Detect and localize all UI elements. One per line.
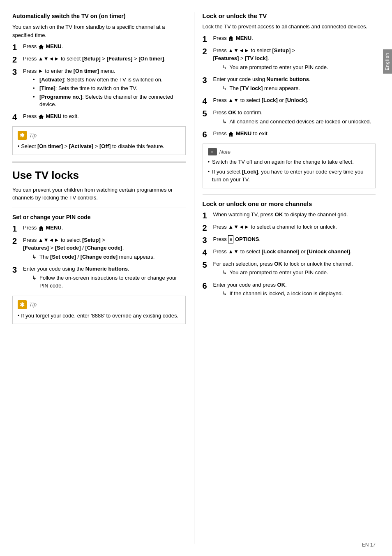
arrow-text: You are prompted to enter your PIN code. bbox=[230, 63, 328, 72]
svg-marker-4 bbox=[228, 132, 233, 137]
section-divider bbox=[12, 162, 186, 162]
pin-section-title: Set or change your PIN code bbox=[12, 214, 186, 220]
step-number: 3 bbox=[203, 235, 212, 245]
tip-content: • Select [On timer] > [Activate] > [Off]… bbox=[18, 142, 180, 151]
step-number: 3 bbox=[12, 265, 21, 275]
step-content: Press ▲▼◄► to select [Setup] > [Features… bbox=[213, 46, 376, 73]
tip-label: Tip bbox=[29, 301, 37, 308]
step-content: For each selection, press OK to lock or … bbox=[213, 260, 376, 278]
step-item: 2 Press ▲▼◄► to select [Setup] > [Featur… bbox=[12, 236, 186, 263]
step-content: Press ▲▼ to select [Lock] or [Unlock]. bbox=[213, 96, 376, 104]
step-item: 3 Press ► to enter the [On timer] menu. … bbox=[12, 67, 186, 110]
step-number: 5 bbox=[203, 109, 212, 118]
step-number: 6 bbox=[203, 281, 212, 291]
right-column: Lock or unlock the TV Lock the TV to pre… bbox=[194, 12, 376, 544]
arrow-indent: ↳ The [TV lock] menu appears. bbox=[222, 84, 376, 93]
step-item: 3 Enter your code using Numeric buttons.… bbox=[203, 75, 376, 94]
svg-marker-2 bbox=[39, 226, 44, 231]
page-footer: EN 17 bbox=[362, 542, 376, 548]
auto-timer-title: Automatically switch the TV on (on timer… bbox=[12, 12, 186, 20]
section-divider bbox=[203, 194, 376, 195]
step-content: Enter your code using the Numeric button… bbox=[23, 265, 186, 292]
note-icon: ≡ bbox=[208, 148, 217, 155]
note-box: ≡ Note •Switch the TV off and on again f… bbox=[203, 144, 376, 188]
step-content: Press ▲▼◄► to select [Setup] > [Features… bbox=[23, 55, 186, 63]
left-column: Automatically switch the TV on (on timer… bbox=[12, 12, 194, 544]
main-content: Automatically switch the TV on (on timer… bbox=[0, 0, 392, 556]
tip-icon: ✱ bbox=[18, 131, 27, 140]
step-content: Press ▲▼◄► to select [Setup] > [Features… bbox=[23, 236, 186, 263]
tip-icon: ✱ bbox=[18, 300, 27, 309]
arrow-text: You are prompted to enter your PIN code. bbox=[230, 269, 328, 277]
step-item: 2 Press ▲▼◄► to select [Setup] > [Featur… bbox=[12, 55, 186, 65]
bullet-list: •[Activate]: Selects how often the TV is… bbox=[33, 76, 186, 109]
step-item: 1 Press MENU. bbox=[12, 224, 186, 234]
note-header: ≡ Note bbox=[208, 148, 371, 155]
page: Automatically switch the TV on (on timer… bbox=[0, 0, 392, 556]
arrow-text: All channels and connected devices are l… bbox=[230, 118, 371, 126]
step-content: Press MENU. bbox=[213, 34, 376, 42]
arrow-text: If the channel is locked, a lock icon is… bbox=[230, 290, 343, 298]
lock-unlock-channels-section: Lock or unlock one or more channels 1 Wh… bbox=[203, 200, 376, 299]
bullet-item: •[Programme no.]: Selects the channel or… bbox=[33, 93, 186, 108]
pin-steps: 1 Press MENU. 2 Press ▲▼◄► to select [Se… bbox=[12, 224, 186, 292]
step-number: 2 bbox=[203, 223, 212, 233]
auto-timer-intro: You can switch on the TV from standby to… bbox=[12, 23, 186, 39]
tip-box-pin: ✱ Tip • If you forget your code, enter '… bbox=[12, 296, 186, 324]
tip-header: ✱ Tip bbox=[18, 131, 180, 140]
step-content: Press ► to enter the [On timer] menu. •[… bbox=[23, 67, 186, 110]
tip-header: ✱ Tip bbox=[18, 300, 180, 309]
subsection-divider bbox=[12, 208, 186, 208]
step-content: Press MENU to exit. bbox=[23, 112, 186, 120]
auto-timer-steps: 1 Press MENU. 2 Press ▲▼◄► to select [Se… bbox=[12, 42, 186, 122]
note-content: •Switch the TV off and on again for the … bbox=[208, 158, 371, 184]
step-content: Press ▲▼◄► to select a channel to lock o… bbox=[213, 223, 376, 231]
step-item: 1 Press MENU. bbox=[12, 42, 186, 52]
svg-marker-0 bbox=[39, 44, 44, 49]
tip-label: Tip bbox=[29, 132, 37, 139]
tv-locks-intro: You can prevent your children from watch… bbox=[12, 186, 186, 202]
step-number: 5 bbox=[203, 260, 212, 270]
lock-unlock-tv-steps: 1 Press MENU. 2 Press ▲▼◄► to select [Se… bbox=[203, 34, 376, 140]
step-item: 1 Press MENU. bbox=[203, 34, 376, 44]
step-item: 3 Enter your code using the Numeric butt… bbox=[12, 265, 186, 292]
tv-locks-section: Use TV locks You can prevent your childr… bbox=[12, 169, 186, 324]
arrow-indent: ↳ Follow the on-screen instructions to c… bbox=[32, 274, 186, 290]
step-content: When watching TV, press OK to display th… bbox=[213, 211, 376, 219]
arrow-sym: ↳ bbox=[222, 118, 228, 126]
arrow-text: The [Set code] / [Change code] menu appe… bbox=[39, 253, 154, 261]
step-item: 4 Press ▲▼ to select [Lock] or [Unlock]. bbox=[203, 96, 376, 106]
step-item: 5 For each selection, press OK to lock o… bbox=[203, 260, 376, 278]
step-content: Press ≡ OPTIONS. bbox=[213, 235, 376, 244]
tip-content: • If you forget your code, enter '8888' … bbox=[18, 312, 180, 320]
arrow-indent: ↳ The [Set code] / [Change code] menu ap… bbox=[32, 253, 186, 261]
step-number: 3 bbox=[12, 67, 21, 77]
step-number: 4 bbox=[203, 248, 212, 257]
svg-marker-1 bbox=[39, 114, 44, 119]
bullet-item: •[Activate]: Selects how often the TV is… bbox=[33, 76, 186, 83]
arrow-indent: ↳ If the channel is locked, a lock icon … bbox=[222, 290, 376, 298]
lock-unlock-tv-intro: Lock the TV to prevent access to all cha… bbox=[203, 23, 376, 31]
arrow-text: The [TV lock] menu appears. bbox=[230, 84, 300, 93]
lock-unlock-tv-title: Lock or unlock the TV bbox=[203, 12, 376, 19]
lock-channels-steps: 1 When watching TV, press OK to display … bbox=[203, 211, 376, 299]
step-content: Press MENU. bbox=[23, 224, 186, 232]
step-number: 1 bbox=[12, 42, 21, 52]
step-number: 2 bbox=[12, 236, 21, 246]
step-item: 4 Press MENU to exit. bbox=[12, 112, 186, 122]
step-item: 6 Enter your code and press OK. ↳ If the… bbox=[203, 281, 376, 299]
arrow-sym: ↳ bbox=[222, 63, 228, 72]
step-number: 4 bbox=[203, 96, 212, 106]
step-content: Press MENU to exit. bbox=[213, 130, 376, 138]
step-number: 3 bbox=[203, 75, 212, 85]
note-label: Note bbox=[219, 149, 231, 155]
lock-unlock-channels-title: Lock or unlock one or more channels bbox=[203, 200, 376, 207]
pin-section: Set or change your PIN code 1 Press MENU… bbox=[12, 214, 186, 324]
step-number: 2 bbox=[203, 46, 212, 56]
arrow-text: Follow the on-screen instructions to cre… bbox=[39, 274, 186, 290]
side-tab: English bbox=[383, 49, 392, 74]
arrow-sym: ↳ bbox=[32, 253, 38, 261]
step-item: 6 Press MENU to exit. bbox=[203, 130, 376, 139]
arrow-indent: ↳ You are prompted to enter your PIN cod… bbox=[222, 63, 376, 72]
step-content: Press MENU. bbox=[23, 42, 186, 51]
